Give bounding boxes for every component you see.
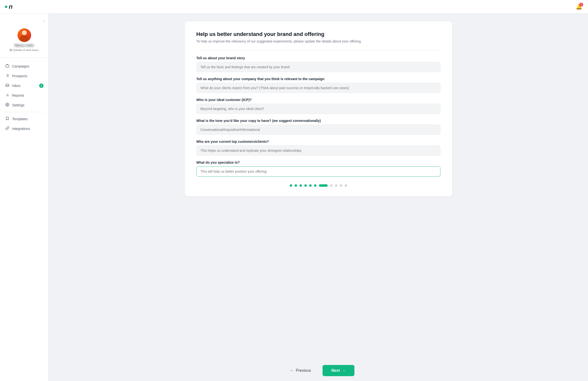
sidebar-item-campaigns[interactable]: Campaigns — [0, 61, 48, 71]
status-text: Outside of work hours — [13, 49, 39, 52]
dot-5 — [309, 184, 312, 187]
sidebar-item-settings[interactable]: Settings — [0, 100, 48, 110]
question-specialize: What do you specialize in? — [196, 160, 441, 176]
sidebar-divider-1 — [0, 57, 48, 57]
user-name: Nancy Lewis — [15, 43, 34, 47]
sidebar-item-reports-label: Reports — [12, 94, 24, 97]
question-company-info: Tell us anything about your company that… — [196, 77, 441, 93]
question-icp: Who is your ideal customer (ICP)? — [196, 98, 441, 114]
question-tone: What is the tone you'd like your copy to… — [196, 119, 441, 135]
question-tone-label: What is the tone you'd like your copy to… — [196, 119, 441, 123]
dot-8 — [330, 184, 333, 187]
question-specialize-label: What do you specialize in? — [196, 160, 441, 164]
input-specialize[interactable] — [196, 166, 441, 176]
sidebar-item-settings-label: Settings — [12, 103, 24, 107]
question-top-customers-label: Who are your current top customers/clien… — [196, 140, 441, 144]
logo-icon: n — [9, 3, 13, 10]
sidebar-item-reports[interactable]: Reports — [0, 91, 48, 100]
pause-icon — [10, 49, 12, 51]
dot-6 — [314, 184, 316, 187]
settings-icon — [5, 103, 10, 108]
sidebar-item-templates-label: Templates — [12, 117, 28, 121]
sidebar-item-integrations-label: Integrations — [12, 127, 30, 131]
section-divider — [196, 50, 441, 50]
main-content: Help us better understand your brand and… — [49, 14, 588, 381]
briefcase-icon — [5, 64, 10, 69]
dot-4 — [304, 184, 307, 187]
question-brand-story-label: Tell us about your brand story — [196, 56, 441, 60]
sidebar-item-templates[interactable]: Templates — [0, 114, 48, 124]
dot-9 — [335, 184, 337, 187]
sidebar-item-campaigns-label: Campaigns — [12, 64, 29, 68]
top-header: n 🔔 1 — [0, 0, 588, 14]
form-subtitle: To help us improve the relevancy of our … — [196, 39, 441, 43]
question-icp-label: Who is your ideal customer (ICP)? — [196, 98, 441, 102]
arrow-left-icon — [290, 368, 294, 373]
header-right: 🔔 1 — [575, 3, 583, 11]
dot-3 — [299, 184, 302, 187]
question-brand-story: Tell us about your brand story — [196, 56, 441, 72]
form-card: Help us better understand your brand and… — [185, 21, 452, 196]
next-button[interactable]: Next — [323, 365, 354, 376]
input-icp[interactable] — [196, 104, 441, 114]
input-top-customers[interactable] — [196, 145, 441, 156]
sidebar-item-prospects-label: Prospects — [12, 74, 27, 78]
bar-chart-icon — [5, 93, 10, 98]
link-icon — [5, 126, 10, 131]
input-brand-story[interactable] — [196, 62, 441, 72]
notification-badge: 1 — [579, 3, 583, 7]
sidebar-item-inbox-label: Inbox — [12, 84, 21, 88]
next-label: Next — [331, 368, 340, 373]
input-tone[interactable] — [196, 125, 441, 135]
bookmark-icon — [5, 116, 10, 121]
logo-dot — [5, 6, 7, 8]
sidebar-divider-2 — [4, 112, 44, 112]
inbox-icon — [5, 83, 10, 88]
previous-button[interactable]: Previous — [282, 365, 319, 376]
arrow-right-icon — [342, 368, 346, 373]
sidebar-nav: Campaigns Prospects Inbox 1 Reports — [0, 59, 48, 376]
question-top-customers: Who are your current top customers/clien… — [196, 140, 441, 156]
sidebar-item-prospects[interactable]: Prospects — [0, 71, 48, 81]
dot-2 — [294, 184, 297, 187]
form-title: Help us better understand your brand and… — [196, 31, 441, 38]
sidebar-item-integrations[interactable]: Integrations — [0, 124, 48, 133]
user-profile: Nancy Lewis Outside of work hours — [0, 26, 48, 55]
dot-7-bar — [319, 184, 328, 187]
logo-area: n — [5, 3, 13, 10]
dot-10 — [340, 184, 342, 187]
list-icon — [5, 74, 10, 78]
sidebar: ‹ Nancy Lewis Outside of work hours Camp… — [0, 14, 49, 381]
inbox-badge: 1 — [39, 84, 43, 88]
pagination-dots — [196, 184, 441, 187]
bottom-navigation: Previous Next — [49, 360, 588, 381]
dot-11 — [345, 184, 347, 187]
sidebar-item-inbox[interactable]: Inbox 1 — [0, 81, 48, 91]
avatar — [18, 28, 31, 42]
svg-rect-0 — [6, 65, 9, 67]
previous-label: Previous — [296, 368, 311, 373]
svg-point-10 — [7, 104, 8, 105]
avatar-image — [18, 28, 31, 42]
input-company-info[interactable] — [196, 83, 441, 93]
question-company-info-label: Tell us anything about your company that… — [196, 77, 441, 81]
collapse-button[interactable]: ‹ — [0, 19, 48, 26]
work-status: Outside of work hours — [10, 49, 39, 52]
notification-button[interactable]: 🔔 1 — [575, 3, 583, 11]
dot-1 — [290, 184, 292, 187]
app-container: ‹ Nancy Lewis Outside of work hours Camp… — [0, 14, 588, 381]
